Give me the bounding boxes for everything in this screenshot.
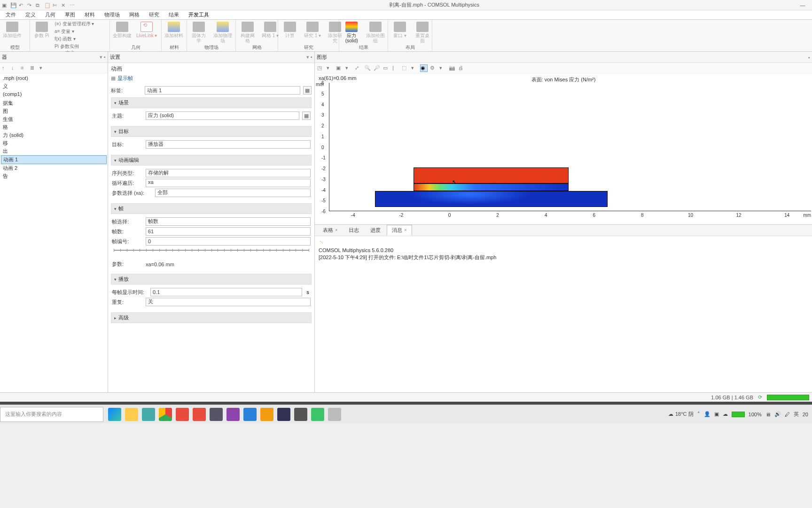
tab-geometry[interactable]: 几何 bbox=[40, 10, 60, 19]
seq-select[interactable]: 存储的解 bbox=[146, 169, 311, 177]
weather-widget[interactable]: ☁18°C 阴 bbox=[668, 411, 694, 418]
add-study-button[interactable]: 添加研究 bbox=[325, 21, 345, 44]
gfx-zoombox-icon[interactable]: ▭ bbox=[383, 64, 390, 72]
tree-node[interactable]: .mph (root) bbox=[1, 74, 107, 82]
tree-node[interactable]: 出 bbox=[1, 147, 107, 155]
section-anim-edit[interactable]: 动画编辑 bbox=[111, 155, 312, 166]
tab-file[interactable]: 文件 bbox=[1, 10, 21, 19]
functions-button[interactable]: f(x) 函数 ▾ bbox=[55, 36, 94, 42]
duration-input[interactable] bbox=[150, 288, 302, 296]
gfx-zoomext-icon[interactable]: ⤢ bbox=[354, 64, 362, 72]
label-aux-button[interactable]: ▦ bbox=[303, 86, 312, 95]
tree-node[interactable]: 图 bbox=[1, 107, 107, 115]
app-edge-icon[interactable] bbox=[108, 408, 121, 421]
livelink-button[interactable]: LiveLink ▾ bbox=[135, 21, 158, 39]
gfx-plot-icon[interactable]: ◳ bbox=[317, 64, 324, 72]
section-scene[interactable]: 场景 bbox=[111, 97, 312, 108]
tab-progress[interactable]: 进度 bbox=[365, 225, 386, 236]
target-select[interactable]: 播放器 bbox=[146, 140, 311, 149]
gfx-select-icon[interactable]: ⬚ bbox=[401, 64, 409, 72]
battery-icon[interactable] bbox=[732, 412, 745, 417]
qat-cut-icon[interactable]: ✄ bbox=[53, 2, 58, 8]
gfx-gear-icon[interactable]: ⚙ bbox=[429, 64, 437, 72]
app-gray-icon[interactable] bbox=[294, 408, 307, 421]
tree-node[interactable]: 动画 1 bbox=[1, 155, 107, 164]
graphics-panel-menu[interactable]: ▪ bbox=[808, 55, 810, 60]
tray-onedrive-icon[interactable]: ☁ bbox=[723, 411, 728, 417]
tray-app-icon[interactable]: ▣ bbox=[714, 411, 719, 417]
app-orange-icon[interactable] bbox=[260, 408, 273, 421]
frame-num-input[interactable] bbox=[146, 237, 311, 246]
tray-up-icon[interactable]: ˄ bbox=[697, 411, 700, 417]
frame-slider[interactable] bbox=[112, 247, 311, 259]
tab-mesh[interactable]: 网格 bbox=[125, 10, 144, 19]
theme-goto-button[interactable]: ▦ bbox=[302, 111, 311, 120]
variables-button[interactable]: a= 变量 ▾ bbox=[55, 28, 94, 35]
app-vs-icon[interactable] bbox=[226, 408, 240, 421]
tree-node[interactable]: 告 bbox=[1, 172, 107, 180]
window-button[interactable]: 窗口 ▾ bbox=[390, 21, 410, 39]
plot-area[interactable]: xa(61)=0.06 mm 表面: von Mises 应力 (N/m²) m… bbox=[315, 73, 812, 224]
qat-undo-icon[interactable]: ↶ bbox=[19, 2, 24, 8]
section-frame[interactable]: 帧 bbox=[111, 203, 312, 214]
panel-menu-icon[interactable]: ▾ ▪ bbox=[306, 54, 312, 60]
repeat-select[interactable]: 关 bbox=[146, 298, 311, 306]
tab-physics[interactable]: 物理场 bbox=[100, 10, 125, 19]
solid-mechanics-button[interactable]: 固体力学 bbox=[189, 21, 209, 44]
minimize-button[interactable]: — bbox=[793, 2, 812, 8]
tree-node[interactable]: 生值 bbox=[1, 115, 107, 123]
gfx-zoomin-icon[interactable]: 🔍 bbox=[364, 64, 371, 72]
app-word-icon[interactable] bbox=[243, 408, 257, 421]
app-chrome-icon[interactable] bbox=[159, 408, 172, 421]
app-browser-icon[interactable] bbox=[142, 408, 155, 421]
tree-collapse-icon[interactable]: ≣ bbox=[30, 65, 37, 71]
gfx-snapshot-icon[interactable]: 📷 bbox=[448, 64, 456, 72]
tab-results[interactable]: 结果 bbox=[164, 10, 184, 19]
loop-select[interactable]: xa bbox=[146, 179, 311, 187]
tree-down-icon[interactable]: ↓ bbox=[11, 65, 18, 71]
tree-up-icon[interactable]: ↑ bbox=[2, 65, 8, 71]
tab-sketch[interactable]: 草图 bbox=[60, 10, 80, 19]
reset-desktop-button[interactable]: 重置桌面 bbox=[413, 21, 432, 44]
tab-definitions[interactable]: 定义 bbox=[21, 10, 40, 19]
qat-save-icon[interactable]: 💾 bbox=[10, 2, 16, 8]
gfx-print-icon[interactable]: 🖨 bbox=[458, 64, 465, 72]
frame-count-input[interactable] bbox=[146, 227, 311, 236]
app-comsol-icon[interactable] bbox=[210, 408, 223, 421]
clock[interactable]: 20 bbox=[803, 412, 808, 417]
ime-indicator[interactable]: 英 bbox=[794, 411, 799, 418]
label-input[interactable] bbox=[145, 86, 300, 95]
section-target[interactable]: 目标 bbox=[111, 126, 312, 137]
add-physics-button[interactable]: 添加物理场 bbox=[211, 21, 234, 44]
variable-manager-button[interactable]: ⟨≡⟩ 变量管理程序 ▾ bbox=[55, 21, 94, 27]
tree-node[interactable]: (comp1) bbox=[1, 90, 107, 98]
gfx-scenelight-icon[interactable]: ◉ bbox=[420, 64, 428, 72]
build-all-button[interactable]: 全部构建 bbox=[112, 21, 133, 39]
tree-node[interactable]: 格 bbox=[1, 123, 107, 131]
app-explorer-icon[interactable] bbox=[125, 408, 138, 421]
tray-vol-icon[interactable]: 🔊 bbox=[774, 411, 781, 417]
gfx-camera-icon[interactable]: ▣ bbox=[336, 64, 343, 72]
tree-expand-icon[interactable]: ≡ bbox=[21, 65, 27, 71]
tab-messages[interactable]: 消息× bbox=[387, 225, 412, 236]
qat-paste-icon[interactable]: 📋 bbox=[44, 2, 50, 8]
add-material-button[interactable]: 添加材料 bbox=[164, 21, 184, 39]
qat-redo-icon[interactable]: ↷ bbox=[27, 2, 33, 8]
tree-node[interactable]: 动画 2 bbox=[1, 164, 107, 172]
gfx-zoomout-icon[interactable]: 🔎 bbox=[373, 64, 381, 72]
tab-table[interactable]: 表格× bbox=[318, 225, 343, 236]
app-red2-icon[interactable] bbox=[193, 408, 206, 421]
mesh1-button[interactable]: 网格 1 ▾ bbox=[260, 21, 280, 39]
qat-icon[interactable]: ▣ bbox=[2, 2, 8, 8]
app-recorder-icon[interactable] bbox=[328, 408, 341, 421]
theme-select[interactable]: 应力 (solid) bbox=[146, 111, 299, 120]
tree-node[interactable]: 义 bbox=[1, 82, 107, 90]
param-instance-button[interactable]: Pi 参数实例 bbox=[55, 43, 94, 50]
frame-sel-select[interactable]: 帧数 bbox=[146, 217, 311, 226]
section-advanced[interactable]: 高级 bbox=[111, 312, 312, 323]
tree-filter-icon[interactable]: ▾ bbox=[39, 65, 46, 71]
tab-log[interactable]: 日志 bbox=[344, 225, 364, 236]
tree-node[interactable]: 据集 bbox=[1, 99, 107, 107]
taskbar-search[interactable]: 这里输入你要搜索的内容 bbox=[0, 407, 103, 422]
qat-copy-icon[interactable]: ⧉ bbox=[36, 2, 41, 8]
